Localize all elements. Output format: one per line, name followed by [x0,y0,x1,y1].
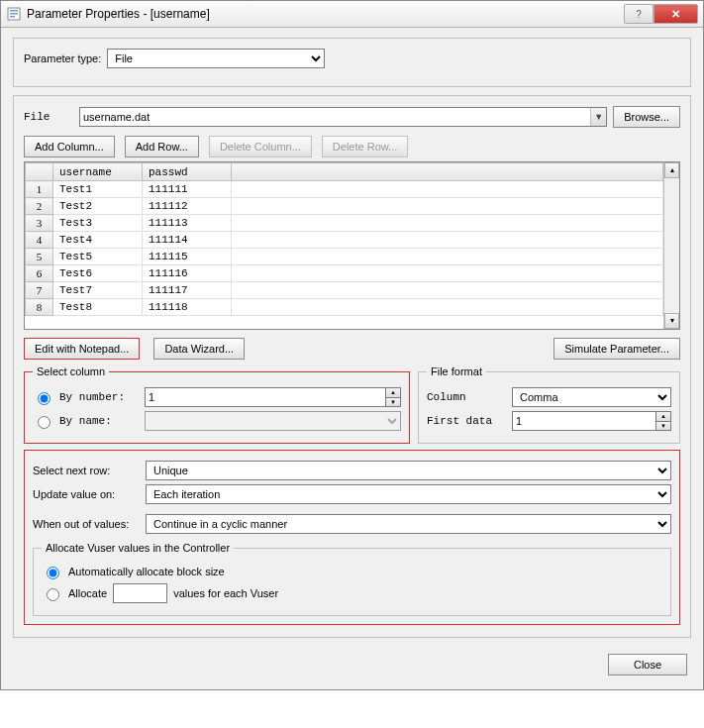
file-input[interactable] [80,108,590,126]
auto-allocate-radio[interactable] [47,567,59,579]
by-number-spinner[interactable]: ▲▼ [145,387,401,407]
add-row-button[interactable]: Add Row... [125,136,199,157]
out-of-values-label: When out of values: [33,518,142,530]
row-number[interactable]: 5 [26,249,53,265]
scrollbar[interactable]: ▴ ▾ [663,162,679,329]
table-row[interactable]: 1Test1111111 [26,181,663,198]
out-of-values-select[interactable]: Continue in a cyclic manner [146,514,671,534]
file-label: File [24,111,73,123]
row-number[interactable]: 3 [26,215,53,232]
row-number[interactable]: 2 [26,198,53,215]
column-delim-select[interactable]: Comma [512,387,671,407]
cell[interactable]: Test7 [53,282,143,299]
column-delim-label: Column [427,391,506,403]
cell[interactable]: Test8 [53,299,143,316]
select-next-row-select[interactable]: Unique [146,461,671,480]
simulate-parameter-button[interactable]: Simulate Parameter... [553,338,680,360]
scroll-down-icon[interactable]: ▾ [664,313,679,329]
cell[interactable]: Test5 [53,249,143,265]
cell-empty [232,249,663,265]
row-number[interactable]: 1 [26,181,53,198]
by-number-radio[interactable] [38,392,50,405]
select-column-legend: Select column [33,365,109,377]
allocate-legend: Allocate Vuser values in the Controller [42,542,234,554]
data-table-container: username passwd 1Test11111112Test2111112… [24,161,680,330]
app-icon [6,6,22,22]
file-format-legend: File format [427,365,486,377]
delete-column-button[interactable]: Delete Column... [209,136,312,157]
col-header[interactable]: username [53,163,143,181]
param-type-select[interactable]: File [107,49,325,68]
cell[interactable]: 111113 [143,215,232,232]
cell[interactable]: 111116 [143,265,232,282]
table-row[interactable]: 3Test3111113 [26,215,663,232]
svg-rect-1 [10,10,18,12]
allocate-label: Allocate [68,587,107,599]
file-combo[interactable]: ▼ [79,107,607,127]
row-header-blank [26,163,53,181]
first-data-label: First data [427,415,506,427]
auto-allocate-label: Automatically allocate block size [68,566,225,577]
row-number[interactable]: 6 [26,265,53,282]
table-row[interactable]: 6Test6111116 [26,265,663,282]
help-button[interactable]: ? [624,4,654,24]
top-group: Parameter type: File [13,38,691,87]
select-column-fieldset: Select column By number: ▲▼ By name: [24,365,410,444]
edit-notepad-button[interactable]: Edit with Notepad... [24,338,140,360]
param-type-label: Parameter type: [24,52,101,64]
cell[interactable]: 111117 [143,282,232,299]
row-number[interactable]: 4 [26,232,53,249]
svg-rect-3 [10,16,15,18]
update-value-select[interactable]: Each iteration [146,484,671,504]
cell[interactable]: 111118 [143,299,232,316]
allocate-radio[interactable] [47,588,59,601]
cell[interactable]: 111114 [143,232,232,249]
table-row[interactable]: 5Test5111115 [26,249,663,265]
window-close-button[interactable]: ✕ [654,4,698,24]
table-row[interactable]: 8Test8111118 [26,299,663,316]
titlebar-controls: ? ✕ [624,4,698,24]
row-number[interactable]: 7 [26,282,53,299]
table-row[interactable]: 2Test2111112 [26,198,663,215]
col-header[interactable]: passwd [143,163,232,181]
cell-empty [232,215,663,232]
scroll-up-icon[interactable]: ▴ [664,162,679,178]
first-data-input[interactable] [512,411,655,431]
by-number-input[interactable] [145,387,385,407]
cell[interactable]: Test2 [53,198,143,215]
cell[interactable]: Test4 [53,232,143,249]
allocate-count-input[interactable] [113,583,167,603]
chevron-down-icon[interactable]: ▼ [590,108,606,126]
allocate-fieldset: Allocate Vuser values in the Controller … [33,542,671,616]
spin-down-icon[interactable]: ▼ [385,397,401,408]
cell[interactable]: Test6 [53,265,143,282]
cell-empty [232,265,663,282]
data-table[interactable]: username passwd 1Test11111112Test2111112… [25,162,663,316]
update-value-label: Update value on: [33,488,142,500]
cell[interactable]: 111112 [143,198,232,215]
browse-button[interactable]: Browse... [613,106,680,128]
delete-row-button[interactable]: Delete Row... [322,136,408,157]
row-number[interactable]: 8 [26,299,53,316]
add-column-button[interactable]: Add Column... [24,136,115,157]
cell-empty [232,299,663,316]
data-wizard-button[interactable]: Data Wizard... [153,338,245,360]
spin-up-icon[interactable]: ▲ [655,411,671,421]
by-name-radio[interactable] [38,416,50,429]
cell[interactable]: Test3 [53,215,143,232]
cell-empty [232,232,663,249]
cell[interactable]: Test1 [53,181,143,198]
cell[interactable]: 111111 [143,181,232,198]
select-next-row-label: Select next row: [33,465,142,476]
cell[interactable]: 111115 [143,249,232,265]
table-row[interactable]: 7Test7111117 [26,282,663,299]
by-name-select[interactable] [145,411,401,431]
close-button[interactable]: Close [608,654,687,676]
dialog-window: Parameter Properties - [username] ? ✕ Pa… [0,0,704,690]
table-row[interactable]: 4Test4111114 [26,232,663,249]
spin-down-icon[interactable]: ▼ [655,421,671,432]
first-data-spinner[interactable]: ▲▼ [512,411,671,431]
spin-up-icon[interactable]: ▲ [385,387,401,397]
svg-rect-2 [10,13,18,15]
cell-empty [232,198,663,215]
